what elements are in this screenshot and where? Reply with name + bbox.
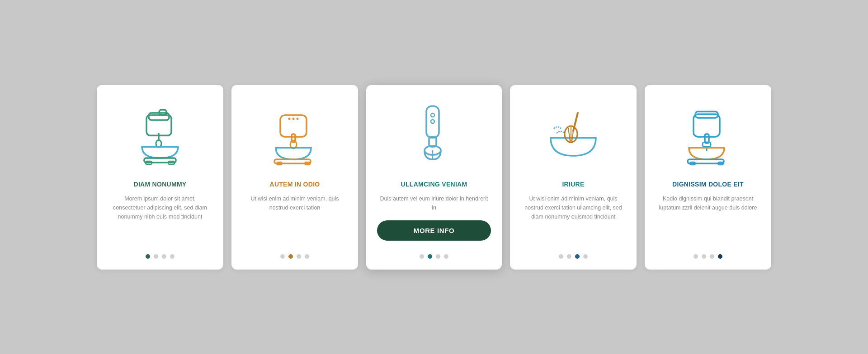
card-3-body: Duis autem vel eum iriure dolor in hendr… [377, 194, 491, 212]
dot-2-2 [288, 254, 293, 259]
card-2-title: AUTEM IN ODIO [270, 181, 320, 188]
svg-rect-0 [146, 115, 171, 135]
card-3-icon-area [377, 99, 491, 172]
dot-1-2 [154, 254, 158, 259]
card-5-title: DIGNISSIM DOLOE EIT [672, 181, 744, 188]
svg-point-10 [288, 117, 291, 120]
svg-point-20 [431, 113, 434, 117]
dot-1-1 [146, 254, 150, 259]
card-2-body: Ut wisi enim ad minim veniam, quis nostr… [242, 194, 347, 245]
stand-mixer-blue-icon [681, 106, 735, 165]
dot-3-4 [444, 254, 448, 259]
stand-mixer-orange-icon [268, 106, 322, 165]
card-4-body: Ut wisi enim ad minim veniam, quis nostr… [521, 194, 626, 245]
card-1-dots [146, 254, 175, 259]
dot-2-3 [297, 254, 301, 259]
card-4-icon-area [521, 99, 626, 172]
card-4-title: IRIURE [562, 181, 584, 188]
cards-container: DIAM NONUMMY Morem ipsum dolor sit amet,… [70, 67, 798, 288]
card-4: IRIURE Ut wisi enim ad minim veniam, qui… [510, 85, 637, 270]
hand-blender-icon [409, 102, 459, 169]
card-5-dots [693, 254, 722, 259]
card-1-body: Morem ipsum dolor sit amet, consectetuer… [108, 194, 212, 245]
card-1-title: DIAM NONUMMY [134, 181, 187, 188]
svg-line-29 [568, 128, 570, 141]
dot-1-4 [170, 254, 175, 259]
card-3-title: ULLAMCING VENIAM [401, 181, 467, 188]
more-info-button[interactable]: MORE INFO [377, 220, 491, 241]
card-4-dots [559, 254, 588, 259]
stand-mixer-green-icon [133, 106, 187, 165]
card-5-body: Kodio dignissim qui blandit praesent lup… [656, 194, 760, 245]
dot-2-1 [280, 254, 285, 259]
card-3: ULLAMCING VENIAM Duis autem vel eum iriu… [366, 85, 502, 270]
card-3-dots [420, 254, 448, 259]
card-5: DIGNISSIM DOLOE EIT Kodio dignissim qui … [645, 85, 771, 270]
svg-rect-35 [703, 142, 711, 147]
dot-5-4 [718, 254, 722, 259]
dot-4-1 [559, 254, 563, 259]
card-2: AUTEM IN ODIO Ut wisi enim ad minim veni… [231, 85, 358, 270]
dot-3-1 [420, 254, 424, 259]
svg-point-11 [292, 117, 295, 120]
dot-2-4 [305, 254, 309, 259]
card-2-dots [280, 254, 309, 259]
dot-4-2 [567, 254, 571, 259]
dot-5-3 [710, 254, 714, 259]
dot-5-1 [693, 254, 698, 259]
card-5-icon-area [656, 99, 760, 172]
dot-4-4 [583, 254, 588, 259]
whisk-bowl-icon [544, 106, 603, 165]
dot-5-2 [702, 254, 706, 259]
dot-3-3 [436, 254, 440, 259]
dot-3-2 [428, 254, 432, 259]
dot-1-3 [162, 254, 166, 259]
svg-rect-19 [426, 106, 439, 138]
card-2-icon-area [242, 99, 347, 172]
svg-point-21 [431, 120, 434, 123]
dot-4-3 [575, 254, 580, 259]
svg-rect-6 [144, 158, 176, 163]
card-1: DIAM NONUMMY Morem ipsum dolor sit amet,… [97, 85, 223, 270]
card-1-icon-area [108, 99, 212, 172]
svg-point-12 [297, 117, 299, 120]
